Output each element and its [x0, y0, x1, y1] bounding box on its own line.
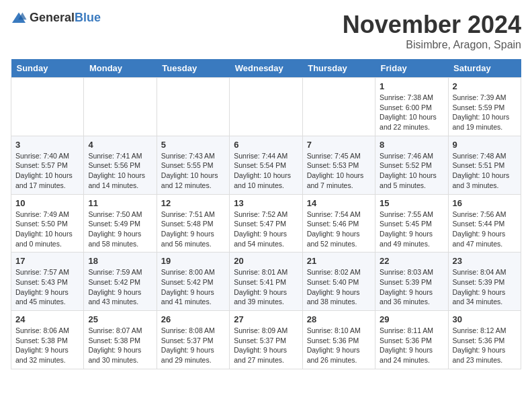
calendar-cell: 24Sunrise: 8:06 AMSunset: 5:38 PMDayligh… [11, 311, 84, 369]
col-saturday: Saturday [448, 59, 521, 78]
calendar-table: Sunday Monday Tuesday Wednesday Thursday… [11, 59, 521, 369]
day-number: 21 [307, 256, 371, 266]
day-info: Sunrise: 7:56 AMSunset: 5:44 PMDaylight:… [453, 210, 517, 249]
col-tuesday: Tuesday [157, 59, 229, 78]
calendar-cell: 7Sunrise: 7:45 AMSunset: 5:53 PMDaylight… [302, 136, 375, 194]
day-number: 15 [380, 198, 443, 208]
day-number: 2 [453, 81, 517, 91]
day-info: Sunrise: 8:01 AMSunset: 5:41 PMDaylight:… [234, 267, 298, 307]
calendar-week-3: 10Sunrise: 7:49 AMSunset: 5:50 PMDayligh… [11, 194, 521, 253]
calendar-cell: 22Sunrise: 8:03 AMSunset: 5:39 PMDayligh… [375, 253, 448, 311]
day-number: 30 [453, 314, 517, 324]
day-number: 12 [161, 198, 225, 208]
day-number: 14 [307, 198, 371, 208]
day-info: Sunrise: 7:52 AMSunset: 5:47 PMDaylight:… [234, 210, 298, 249]
calendar-cell: 10Sunrise: 7:49 AMSunset: 5:50 PMDayligh… [11, 194, 84, 253]
calendar-cell: 11Sunrise: 7:50 AMSunset: 5:49 PMDayligh… [84, 194, 157, 253]
day-number: 24 [15, 314, 79, 324]
day-info: Sunrise: 8:12 AMSunset: 5:36 PMDaylight:… [453, 326, 517, 365]
day-number: 18 [88, 256, 152, 266]
calendar-cell: 14Sunrise: 7:54 AMSunset: 5:46 PMDayligh… [302, 194, 375, 253]
calendar-cell: 29Sunrise: 8:11 AMSunset: 5:36 PMDayligh… [375, 311, 448, 369]
calendar-cell [11, 78, 84, 136]
day-info: Sunrise: 8:00 AMSunset: 5:42 PMDaylight:… [161, 267, 225, 307]
calendar-week-4: 17Sunrise: 7:57 AMSunset: 5:43 PMDayligh… [11, 253, 521, 311]
calendar-cell: 16Sunrise: 7:56 AMSunset: 5:44 PMDayligh… [448, 194, 521, 253]
col-sunday: Sunday [11, 59, 84, 78]
calendar-cell [84, 78, 157, 136]
calendar-cell [302, 78, 375, 136]
day-info: Sunrise: 7:50 AMSunset: 5:49 PMDaylight:… [88, 210, 152, 249]
logo: GeneralBlue [11, 11, 101, 25]
day-number: 8 [380, 140, 443, 150]
col-monday: Monday [84, 59, 157, 78]
day-number: 10 [15, 198, 79, 208]
day-number: 9 [453, 140, 517, 150]
day-number: 1 [380, 81, 443, 91]
calendar-cell: 6Sunrise: 7:44 AMSunset: 5:54 PMDaylight… [230, 136, 302, 194]
header-row: Sunday Monday Tuesday Wednesday Thursday… [11, 59, 521, 78]
calendar-cell: 19Sunrise: 8:00 AMSunset: 5:42 PMDayligh… [157, 253, 229, 311]
calendar-cell: 27Sunrise: 8:09 AMSunset: 5:37 PMDayligh… [230, 311, 302, 369]
calendar-cell: 3Sunrise: 7:40 AMSunset: 5:57 PMDaylight… [11, 136, 84, 194]
day-number: 19 [161, 256, 225, 266]
day-info: Sunrise: 8:08 AMSunset: 5:37 PMDaylight:… [161, 326, 225, 365]
calendar-cell: 26Sunrise: 8:08 AMSunset: 5:37 PMDayligh… [157, 311, 229, 369]
day-info: Sunrise: 7:41 AMSunset: 5:56 PMDaylight:… [88, 151, 152, 191]
calendar-week-1: 1Sunrise: 7:38 AMSunset: 6:00 PMDaylight… [11, 78, 521, 136]
calendar-cell: 8Sunrise: 7:46 AMSunset: 5:52 PMDaylight… [375, 136, 448, 194]
day-info: Sunrise: 8:02 AMSunset: 5:40 PMDaylight:… [307, 267, 371, 307]
calendar-week-2: 3Sunrise: 7:40 AMSunset: 5:57 PMDaylight… [11, 136, 521, 194]
day-info: Sunrise: 7:45 AMSunset: 5:53 PMDaylight:… [307, 151, 371, 191]
calendar-cell: 4Sunrise: 7:41 AMSunset: 5:56 PMDaylight… [84, 136, 157, 194]
calendar-cell: 2Sunrise: 7:39 AMSunset: 5:59 PMDaylight… [448, 78, 521, 136]
day-number: 25 [88, 314, 152, 324]
calendar-cell: 25Sunrise: 8:07 AMSunset: 5:38 PMDayligh… [84, 311, 157, 369]
day-number: 7 [307, 140, 371, 150]
location: Bisimbre, Aragon, Spain [343, 39, 521, 51]
day-number: 4 [88, 140, 152, 150]
calendar-cell: 5Sunrise: 7:43 AMSunset: 5:55 PMDaylight… [157, 136, 229, 194]
calendar-cell [157, 78, 229, 136]
day-info: Sunrise: 8:11 AMSunset: 5:36 PMDaylight:… [380, 326, 443, 365]
day-info: Sunrise: 8:03 AMSunset: 5:39 PMDaylight:… [380, 267, 443, 307]
day-info: Sunrise: 7:54 AMSunset: 5:46 PMDaylight:… [307, 210, 371, 249]
calendar-cell: 20Sunrise: 8:01 AMSunset: 5:41 PMDayligh… [230, 253, 302, 311]
day-number: 6 [234, 140, 298, 150]
day-info: Sunrise: 7:51 AMSunset: 5:48 PMDaylight:… [161, 210, 225, 249]
calendar-cell: 21Sunrise: 8:02 AMSunset: 5:40 PMDayligh… [302, 253, 375, 311]
day-number: 16 [453, 198, 517, 208]
day-number: 26 [161, 314, 225, 324]
calendar-cell: 13Sunrise: 7:52 AMSunset: 5:47 PMDayligh… [230, 194, 302, 253]
day-number: 11 [88, 198, 152, 208]
calendar-cell: 1Sunrise: 7:38 AMSunset: 6:00 PMDaylight… [375, 78, 448, 136]
day-info: Sunrise: 7:49 AMSunset: 5:50 PMDaylight:… [15, 210, 79, 249]
day-info: Sunrise: 8:10 AMSunset: 5:36 PMDaylight:… [307, 326, 371, 365]
day-info: Sunrise: 7:43 AMSunset: 5:55 PMDaylight:… [161, 151, 225, 191]
month-title: November 2024 [343, 11, 521, 39]
day-number: 28 [307, 314, 371, 324]
day-info: Sunrise: 8:04 AMSunset: 5:39 PMDaylight:… [453, 267, 517, 307]
calendar-week-5: 24Sunrise: 8:06 AMSunset: 5:38 PMDayligh… [11, 311, 521, 369]
day-info: Sunrise: 7:59 AMSunset: 5:42 PMDaylight:… [88, 267, 152, 307]
calendar-cell: 17Sunrise: 7:57 AMSunset: 5:43 PMDayligh… [11, 253, 84, 311]
day-number: 20 [234, 256, 298, 266]
day-info: Sunrise: 7:55 AMSunset: 5:45 PMDaylight:… [380, 210, 443, 249]
calendar-cell: 30Sunrise: 8:12 AMSunset: 5:36 PMDayligh… [448, 311, 521, 369]
calendar-cell: 15Sunrise: 7:55 AMSunset: 5:45 PMDayligh… [375, 194, 448, 253]
day-info: Sunrise: 7:39 AMSunset: 5:59 PMDaylight:… [453, 93, 517, 132]
day-number: 23 [453, 256, 517, 266]
logo-general-text: General [30, 11, 75, 24]
day-info: Sunrise: 7:46 AMSunset: 5:52 PMDaylight:… [380, 151, 443, 191]
calendar-cell: 18Sunrise: 7:59 AMSunset: 5:42 PMDayligh… [84, 253, 157, 311]
col-friday: Friday [375, 59, 448, 78]
day-number: 5 [161, 140, 225, 150]
day-info: Sunrise: 7:48 AMSunset: 5:51 PMDaylight:… [453, 151, 517, 191]
day-number: 29 [380, 314, 443, 324]
day-number: 27 [234, 314, 298, 324]
col-thursday: Thursday [302, 59, 375, 78]
logo-icon [11, 11, 27, 25]
day-info: Sunrise: 7:44 AMSunset: 5:54 PMDaylight:… [234, 151, 298, 191]
calendar-cell: 12Sunrise: 7:51 AMSunset: 5:48 PMDayligh… [157, 194, 229, 253]
header: GeneralBlue November 2024 Bisimbre, Arag… [11, 11, 521, 51]
